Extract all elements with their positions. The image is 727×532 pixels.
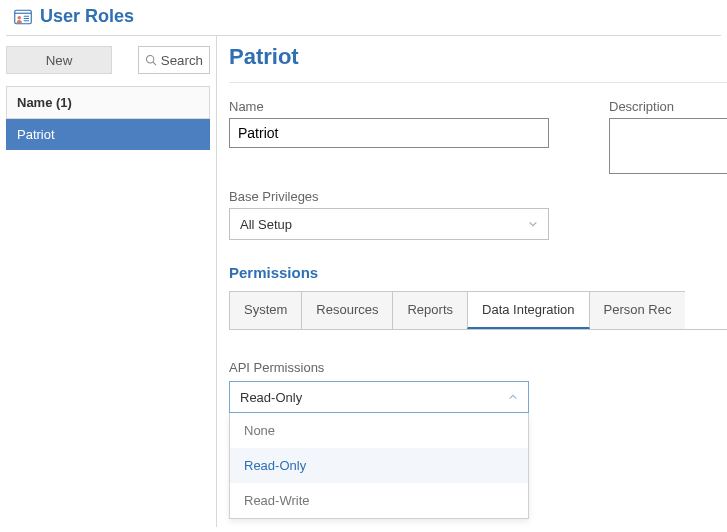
page-header: User Roles bbox=[6, 0, 721, 36]
search-icon bbox=[145, 54, 157, 66]
new-button[interactable]: New bbox=[6, 46, 112, 74]
detail-panel: Patriot Name Description Base Privileges… bbox=[217, 36, 727, 527]
svg-point-6 bbox=[146, 56, 153, 63]
user-roles-icon bbox=[14, 8, 32, 26]
tab-system[interactable]: System bbox=[229, 291, 302, 329]
api-option-read-write[interactable]: Read-Write bbox=[230, 483, 528, 518]
list-header[interactable]: Name (1) bbox=[6, 86, 210, 119]
tab-resources[interactable]: Resources bbox=[301, 291, 393, 329]
search-label: Search bbox=[161, 53, 203, 68]
svg-line-7 bbox=[153, 62, 156, 65]
api-permissions-select[interactable]: Read-Only bbox=[229, 381, 529, 413]
search-button[interactable]: Search bbox=[138, 46, 210, 74]
api-permissions-dropdown: None Read-Only Read-Write bbox=[229, 413, 529, 519]
sidebar: New Search Name (1) Patriot bbox=[0, 36, 217, 527]
page-title: User Roles bbox=[40, 6, 134, 27]
name-label: Name bbox=[229, 99, 569, 114]
api-permissions-value: Read-Only bbox=[240, 390, 302, 405]
chevron-up-icon bbox=[508, 392, 518, 402]
chevron-down-icon bbox=[528, 219, 538, 229]
sidebar-item-patriot[interactable]: Patriot bbox=[6, 119, 210, 150]
name-field[interactable] bbox=[229, 118, 549, 148]
detail-title: Patriot bbox=[229, 44, 727, 83]
tab-reports[interactable]: Reports bbox=[392, 291, 468, 329]
api-option-none[interactable]: None bbox=[230, 413, 528, 448]
permissions-heading: Permissions bbox=[229, 264, 727, 281]
base-privileges-select[interactable]: All Setup bbox=[229, 208, 549, 240]
svg-point-2 bbox=[17, 15, 21, 19]
base-privileges-label: Base Privileges bbox=[229, 189, 727, 204]
permissions-tabs: System Resources Reports Data Integratio… bbox=[229, 291, 727, 330]
api-permissions-label: API Permissions bbox=[229, 360, 727, 375]
description-field[interactable] bbox=[609, 118, 727, 174]
description-label: Description bbox=[609, 99, 727, 114]
api-option-read-only[interactable]: Read-Only bbox=[230, 448, 528, 483]
tab-person-rec[interactable]: Person Rec bbox=[589, 291, 686, 329]
tab-data-integration[interactable]: Data Integration bbox=[467, 291, 590, 329]
base-privileges-value: All Setup bbox=[240, 217, 292, 232]
